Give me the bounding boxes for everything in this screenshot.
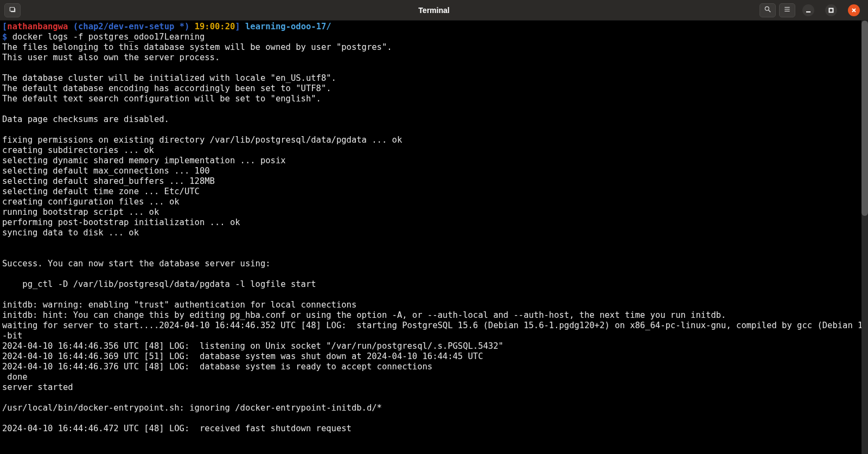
output-line bbox=[2, 269, 866, 279]
output-line: pg_ctl -D /var/lib/postgresql/data/pgdat… bbox=[2, 279, 866, 290]
output-line: This user must also own the server proce… bbox=[2, 53, 866, 63]
output-line bbox=[2, 248, 866, 259]
output-line: 2024-04-10 16:44:46.472 UTC [48] LOG: re… bbox=[2, 424, 866, 434]
output-line: performing post-bootstrap initialization… bbox=[2, 218, 866, 228]
output-line: /usr/local/bin/docker-entrypoint.sh: ign… bbox=[2, 403, 866, 413]
maximize-button[interactable] bbox=[821, 3, 841, 17]
search-button[interactable] bbox=[760, 3, 776, 17]
output-line: The files belonging to this database sys… bbox=[2, 42, 866, 53]
output-line: The default text search configuration wi… bbox=[2, 94, 866, 104]
prompt-bracket-close: ] bbox=[235, 22, 240, 31]
terminal-viewport[interactable]: [nathanbangwa (chap2/dev-env-setup *) 19… bbox=[0, 21, 868, 454]
output-line: done bbox=[2, 372, 866, 382]
output-line bbox=[2, 63, 866, 73]
output-line bbox=[2, 238, 866, 248]
scrollbar-thumb[interactable] bbox=[861, 21, 868, 216]
hamburger-menu-icon bbox=[783, 5, 791, 15]
svg-rect-7 bbox=[829, 8, 833, 12]
output-line bbox=[2, 104, 866, 114]
prompt-time: 19:00:20 bbox=[195, 22, 235, 31]
search-icon bbox=[764, 5, 771, 15]
minimize-icon bbox=[802, 4, 814, 16]
close-button[interactable] bbox=[844, 3, 864, 17]
minimize-button[interactable] bbox=[799, 3, 818, 17]
output-line: selecting default max_connections ... 10… bbox=[2, 166, 866, 176]
new-tab-button[interactable] bbox=[4, 3, 21, 17]
output-line: selecting default time zone ... Etc/UTC bbox=[2, 187, 866, 197]
command-line: $ docker logs -f postgres_odoo17Learning bbox=[2, 32, 866, 42]
prompt-symbol: $ bbox=[2, 32, 7, 42]
prompt-branch: (chap2/dev-env-setup *) bbox=[73, 22, 190, 31]
output-line: 2024-04-10 16:44:46.369 UTC [51] LOG: da… bbox=[2, 351, 866, 362]
output-line: Data page checksums are disabled. bbox=[2, 114, 866, 125]
terminal-content: [nathanbangwa (chap2/dev-env-setup *) 19… bbox=[2, 22, 866, 434]
prompt-path: learning-odoo-17/ bbox=[245, 22, 331, 31]
new-tab-icon bbox=[9, 5, 16, 15]
output-line: creating subdirectories ... ok bbox=[2, 145, 866, 156]
output-line bbox=[2, 290, 866, 300]
terminal-window: Terminal bbox=[0, 0, 868, 454]
output-line bbox=[2, 125, 866, 135]
window-title: Terminal bbox=[0, 6, 868, 15]
close-icon bbox=[848, 4, 860, 16]
output-line: The database cluster will be initialized… bbox=[2, 73, 866, 84]
output-line: The default database encoding has accord… bbox=[2, 84, 866, 94]
output-line: running bootstrap script ... ok bbox=[2, 207, 866, 218]
output-line: 2024-04-10 16:44:46.356 UTC [48] LOG: li… bbox=[2, 341, 866, 351]
output-line: creating configuration files ... ok bbox=[2, 197, 866, 207]
output-line: selecting dynamic shared memory implemen… bbox=[2, 156, 866, 166]
svg-line-2 bbox=[769, 10, 771, 12]
output-line: initdb: warning: enabling "trust" authen… bbox=[2, 300, 866, 310]
prompt-user: nathanbangwa bbox=[7, 22, 68, 31]
output-line: server started bbox=[2, 382, 866, 393]
output-line: selecting default shared_buffers ... 128… bbox=[2, 176, 866, 187]
command-text: docker logs -f postgres_odoo17Learning bbox=[12, 32, 205, 42]
output-line: -bit bbox=[2, 331, 866, 341]
prompt-bracket-open: [ bbox=[2, 22, 7, 31]
output-line bbox=[2, 413, 866, 424]
output-line: waiting for server to start....2024-04-1… bbox=[2, 321, 866, 331]
prompt-line: [nathanbangwa (chap2/dev-env-setup *) 19… bbox=[2, 22, 866, 32]
menu-button[interactable] bbox=[779, 3, 795, 17]
output-line: Success. You can now start the database … bbox=[2, 259, 866, 269]
svg-point-1 bbox=[765, 7, 769, 10]
output-line: syncing data to disk ... ok bbox=[2, 228, 866, 238]
titlebar: Terminal bbox=[0, 0, 868, 21]
output-line bbox=[2, 393, 866, 403]
scrollbar-track[interactable] bbox=[861, 21, 868, 454]
output-line: initdb: hint: You can change this by edi… bbox=[2, 310, 866, 321]
svg-rect-0 bbox=[10, 8, 14, 11]
output-line: 2024-04-10 16:44:46.376 UTC [48] LOG: da… bbox=[2, 362, 866, 372]
maximize-icon bbox=[825, 4, 837, 16]
output-line: fixing permissions on existing directory… bbox=[2, 135, 866, 145]
